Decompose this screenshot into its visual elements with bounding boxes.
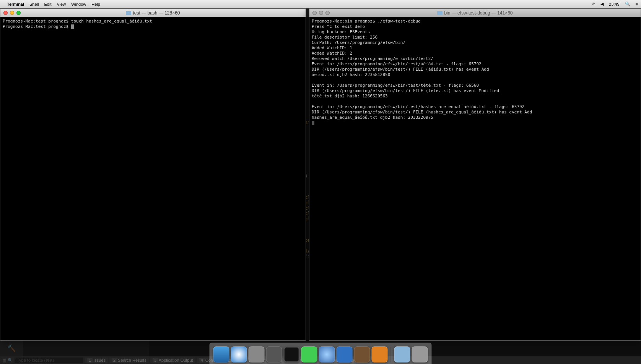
zoom-icon[interactable] — [325, 11, 330, 15]
spotlight-icon[interactable]: 🔍 — [625, 2, 630, 6]
dock-safari-icon[interactable] — [231, 346, 247, 362]
dock-divider — [391, 347, 391, 362]
terminal-body[interactable]: Prognozs-Mac:bin prognoz$ ./efsw-test-de… — [309, 17, 641, 340]
timemachine-icon[interactable]: ⟳ — [592, 2, 595, 6]
notification-center-icon[interactable]: ≡ — [636, 2, 638, 6]
menu-view[interactable]: View — [57, 2, 66, 6]
dock-downloads-icon[interactable] — [394, 346, 410, 362]
terminal-window-left[interactable]: test — bash — 128×60 Prognozs-Mac:test p… — [0, 8, 306, 341]
terminal-title-text: test — bash — 128×60 — [133, 10, 180, 16]
clock[interactable]: 23:49 — [609, 2, 620, 6]
dock-settings-icon[interactable] — [249, 346, 265, 362]
terminal-body[interactable]: Prognozs-Mac:test prognoz$ touch hashes_… — [0, 17, 306, 340]
close-icon[interactable] — [312, 11, 317, 15]
minimize-icon[interactable] — [10, 11, 14, 15]
dock-qtcreator-icon[interactable] — [301, 346, 317, 362]
locator-input[interactable] — [15, 358, 83, 363]
terminal-titlebar[interactable]: test — bash — 128×60 — [0, 9, 306, 17]
terminal-title-text: bin — efsw-test-debug — 141×60 — [444, 10, 512, 16]
dock-launchpad-icon[interactable] — [319, 346, 335, 362]
dock-trash-icon[interactable] — [412, 346, 428, 362]
folder-icon — [437, 11, 443, 15]
dock-sublime-icon[interactable] — [372, 346, 388, 362]
panel-issues[interactable]: 1Issues — [85, 358, 108, 363]
mac-menubar: Terminal Shell Edit View Window Help ⟳ ◀… — [0, 0, 641, 8]
terminal-window-right[interactable]: bin — efsw-test-debug — 141×60 Prognozs-… — [309, 8, 641, 341]
close-icon[interactable] — [3, 11, 8, 15]
dock[interactable] — [210, 343, 432, 364]
panel-search[interactable]: 2Search Results — [109, 358, 149, 363]
minimize-icon[interactable] — [319, 11, 323, 15]
panel-appoutput[interactable]: 3Application Output — [150, 358, 195, 363]
menu-help[interactable]: Help — [91, 2, 100, 6]
volume-icon[interactable]: ◀ — [600, 2, 604, 6]
dock-terminal-icon[interactable] — [284, 346, 300, 362]
folder-icon — [126, 11, 131, 15]
dock-git-icon[interactable] — [354, 346, 370, 362]
dock-xcode-icon[interactable] — [337, 346, 353, 362]
menu-window[interactable]: Window — [71, 2, 86, 6]
menu-edit[interactable]: Edit — [44, 2, 52, 6]
menu-shell[interactable]: Shell — [29, 2, 39, 6]
dock-missioncontrol-icon[interactable] — [266, 346, 282, 362]
zoom-icon[interactable] — [16, 11, 21, 15]
close-sidebar-icon[interactable]: ▥ — [2, 358, 6, 363]
build-button[interactable]: 🔨 — [7, 344, 16, 353]
menubar-app-name[interactable]: Terminal — [7, 2, 24, 6]
dock-finder-icon[interactable] — [213, 346, 229, 362]
terminal-titlebar[interactable]: bin — efsw-test-debug — 141×60 — [309, 9, 641, 17]
